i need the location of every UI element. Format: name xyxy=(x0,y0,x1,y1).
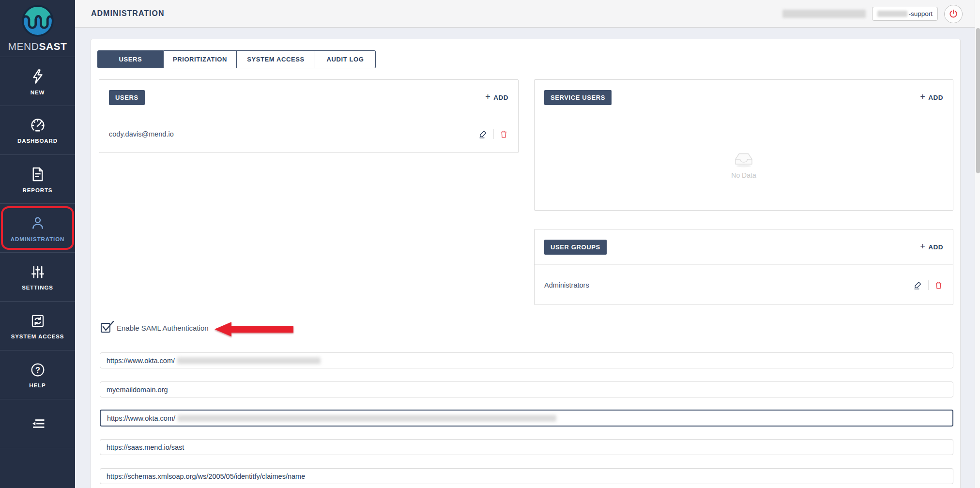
edit-icon xyxy=(478,129,488,139)
saml-checkbox[interactable] xyxy=(101,323,110,333)
edit-user-button[interactable] xyxy=(478,129,488,139)
sidebar-item-label: REPORTS xyxy=(23,187,53,193)
checkmark-icon xyxy=(101,320,114,333)
sliders-icon xyxy=(30,264,46,280)
user-email: cody.davis@mend.io xyxy=(109,130,174,138)
logo[interactable]: MENDSAST xyxy=(0,0,75,57)
sidebar-nav: NEW DASHBOARD REPORTS xyxy=(0,57,75,448)
row-actions xyxy=(478,129,508,139)
sidebar-item-label: NEW xyxy=(31,90,45,95)
table-row: cody.davis@mend.io xyxy=(99,129,518,139)
user-groups-panel: USER GROUPS + ADD Administrators xyxy=(534,229,953,305)
plus-icon: + xyxy=(920,92,925,101)
menu-fold-icon xyxy=(30,415,46,432)
sidebar-item-administration[interactable]: ADMINISTRATION xyxy=(0,204,75,253)
user-groups-panel-body: Administrators xyxy=(535,265,953,305)
add-user-button[interactable]: + ADD xyxy=(485,93,508,101)
main-card: USERS PRIORITIZATION SYSTEM ACCESS AUDIT… xyxy=(91,39,961,488)
service-users-empty-state: No Data xyxy=(535,115,953,211)
empty-state-text: No Data xyxy=(731,171,756,179)
sidebar-item-label: ADMINISTRATION xyxy=(11,236,64,242)
lightning-icon xyxy=(30,68,46,85)
action-divider xyxy=(493,129,494,139)
service-users-panel-title: SERVICE USERS xyxy=(544,90,612,105)
sidebar-collapse-button[interactable] xyxy=(0,399,75,448)
plus-icon: + xyxy=(485,92,490,101)
user-groups-panel-title: USER GROUPS xyxy=(544,240,607,255)
question-icon: ? xyxy=(30,362,46,378)
sidebar-item-label: SYSTEM ACCESS xyxy=(11,334,64,339)
sidebar-item-new[interactable]: NEW xyxy=(0,57,75,106)
scrollbar-track[interactable] xyxy=(975,0,980,488)
logo-text: MENDSAST xyxy=(8,41,67,52)
users-panel-header: USERS + ADD xyxy=(99,80,518,115)
red-arrow-annotation xyxy=(213,320,295,338)
sidebar-item-reports[interactable]: REPORTS xyxy=(0,155,75,204)
user-icon xyxy=(30,214,46,232)
plus-icon: + xyxy=(920,242,925,251)
sidebar: MENDSAST NEW DASHBOARD xyxy=(0,0,75,488)
sidebar-item-label: SETTINGS xyxy=(22,285,53,290)
topbar-right-cluster: -support xyxy=(782,0,963,28)
tab-system-access[interactable]: SYSTEM ACCESS xyxy=(237,50,315,68)
sidebar-item-dashboard[interactable]: DASHBOARD xyxy=(0,106,75,155)
page-title: ADMINISTRATION xyxy=(91,9,164,18)
document-icon xyxy=(30,166,46,183)
power-icon xyxy=(948,9,959,19)
users-panel: USERS + ADD cody.davis@mend.io xyxy=(99,79,519,153)
gauge-icon xyxy=(29,117,46,134)
sidebar-item-system-access[interactable]: SYSTEM ACCESS xyxy=(0,302,75,351)
service-users-panel-header: SERVICE USERS + ADD xyxy=(535,80,953,115)
tab-users[interactable]: USERS xyxy=(97,50,164,68)
users-panel-title: USERS xyxy=(109,90,145,105)
add-user-group-button[interactable]: + ADD xyxy=(920,243,943,251)
saml-email-domain-field[interactable]: myemaildomain.org xyxy=(100,381,953,397)
saml-claim-name-field[interactable]: https://schemas.xmlsoap.org/ws/2005/05/i… xyxy=(100,468,953,484)
scrollbar-thumb[interactable] xyxy=(976,28,980,173)
service-users-panel: SERVICE USERS + ADD No Data xyxy=(534,79,953,211)
sidebar-item-help[interactable]: ? HELP xyxy=(0,351,75,399)
saml-redirect-url-field[interactable]: https://saas.mend.io/sast xyxy=(100,439,953,455)
redacted-url-segment xyxy=(177,357,321,364)
redacted-account-text xyxy=(782,10,866,18)
delete-group-button[interactable] xyxy=(934,280,943,290)
support-tenant-button[interactable]: -support xyxy=(872,7,938,21)
saml-idp-url-field[interactable]: https://www.okta.com/ xyxy=(100,352,953,368)
group-name: Administrators xyxy=(544,281,589,289)
support-suffix-label: -support xyxy=(908,10,933,17)
table-row: Administrators xyxy=(535,280,953,290)
sidebar-item-label: HELP xyxy=(29,382,46,388)
trash-icon xyxy=(934,280,943,290)
saml-certificate-field[interactable]: https://www.okta.com/ xyxy=(100,410,953,427)
edit-icon xyxy=(913,280,923,290)
action-divider xyxy=(928,280,929,290)
user-groups-panel-header: USER GROUPS + ADD xyxy=(535,229,953,265)
users-panel-body: cody.davis@mend.io xyxy=(99,115,518,153)
tab-audit-log[interactable]: AUDIT LOG xyxy=(315,50,376,68)
trash-icon xyxy=(499,129,508,139)
topbar: ADMINISTRATION -support xyxy=(75,0,975,28)
add-service-user-button[interactable]: + ADD xyxy=(920,93,943,101)
tab-prioritization[interactable]: PRIORITIZATION xyxy=(164,50,237,68)
delete-user-button[interactable] xyxy=(499,129,508,139)
svg-text:?: ? xyxy=(35,365,40,374)
sidebar-item-label: DASHBOARD xyxy=(17,138,58,144)
row-actions xyxy=(913,280,943,290)
sync-icon xyxy=(30,313,46,329)
empty-inbox-icon xyxy=(731,147,756,168)
sidebar-item-settings[interactable]: SETTINGS xyxy=(0,253,75,302)
logout-button[interactable] xyxy=(944,5,963,23)
mend-logo-icon xyxy=(21,4,54,37)
saml-auth-row: Enable SAML Authentication xyxy=(101,323,209,333)
edit-group-button[interactable] xyxy=(913,280,923,290)
redacted-url-segment xyxy=(178,415,556,422)
redacted-tenant-prefix xyxy=(877,11,907,17)
saml-checkbox-label: Enable SAML Authentication xyxy=(117,324,209,332)
tab-strip: USERS PRIORITIZATION SYSTEM ACCESS AUDIT… xyxy=(97,50,376,68)
